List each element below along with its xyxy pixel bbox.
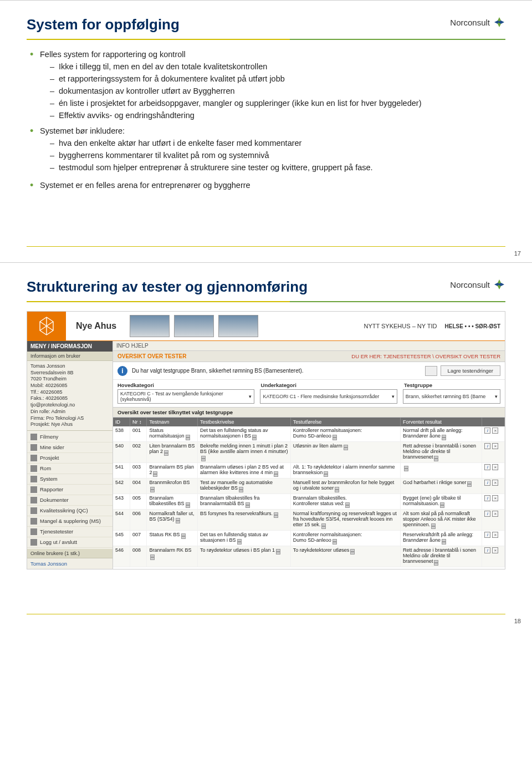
cell-id: 546 bbox=[113, 546, 130, 567]
col-res[interactable]: Forventet resultat bbox=[400, 418, 482, 426]
stepper-icon[interactable] bbox=[186, 435, 190, 440]
sub-item: –dokumentasjon av kontroller utført av B… bbox=[50, 85, 503, 96]
stepper-icon[interactable] bbox=[345, 502, 350, 508]
app-logo-icon bbox=[27, 312, 66, 340]
sidebar-item[interactable]: Prosjekt bbox=[27, 453, 112, 464]
stepper-icon[interactable] bbox=[434, 560, 438, 566]
table-row: 538001Status normalsituasjonDet tas en f… bbox=[113, 426, 505, 442]
sub-item: –Ikke i tillegg til, men en del av den t… bbox=[50, 61, 503, 72]
sidebar-item-label: Rom bbox=[40, 465, 51, 471]
col-name[interactable]: Testnavn bbox=[147, 418, 197, 426]
logo-icon bbox=[493, 278, 505, 291]
select-underkategori[interactable]: KATEGORI C1 - Flere medisinske funksjons… bbox=[260, 389, 397, 404]
sidebar-item[interactable]: Mangel & supplering (MS) bbox=[27, 516, 112, 527]
cell-nr: 003 bbox=[130, 463, 146, 479]
nav-icon bbox=[30, 518, 37, 525]
table-row: 540002Liten brannalarm BS plan 2Bekrefte… bbox=[113, 442, 505, 463]
col-exec[interactable]: Testutførelse bbox=[290, 418, 400, 426]
select-hovedkategori[interactable]: KATEGORI C - Test av tverrgående funksjo… bbox=[117, 389, 254, 404]
select-testgruppe[interactable]: Brann, sikkerhet rømning BS (Barne▾ bbox=[403, 389, 500, 404]
cell-actions: i× bbox=[482, 442, 505, 463]
stepper-icon[interactable] bbox=[186, 502, 190, 508]
stepper-icon[interactable] bbox=[245, 502, 250, 508]
col-nr[interactable]: Nr ↕ bbox=[130, 418, 146, 426]
save-button[interactable]: Lagre testendringer bbox=[441, 365, 500, 376]
stepper-icon[interactable] bbox=[332, 435, 337, 440]
stepper-icon[interactable] bbox=[274, 512, 278, 518]
cell-actions: i× bbox=[482, 494, 505, 510]
stepper-icon[interactable] bbox=[276, 549, 280, 554]
stepper-icon[interactable] bbox=[404, 466, 408, 471]
stepper-icon[interactable] bbox=[324, 471, 328, 477]
stepper-icon[interactable] bbox=[150, 554, 155, 560]
stepper-icon[interactable] bbox=[274, 471, 278, 477]
stepper-icon[interactable] bbox=[442, 539, 446, 545]
sidebar-item[interactable]: Filmeny bbox=[27, 432, 112, 442]
stepper-icon[interactable] bbox=[164, 450, 168, 456]
delete-action-icon[interactable]: × bbox=[492, 547, 498, 553]
stepper-icon[interactable] bbox=[431, 523, 436, 529]
sub-item: –Effektiv avviks- og endringshåndtering bbox=[50, 110, 503, 121]
delete-action-icon[interactable]: × bbox=[492, 495, 498, 501]
cell-name: Brannalarm BS plan 2 bbox=[147, 463, 197, 479]
stepper-icon[interactable] bbox=[332, 539, 337, 545]
table-row: 545007Status RK BSDet tas en fullstendig… bbox=[113, 531, 505, 546]
cell-id: 542 bbox=[113, 479, 130, 494]
main-panel: INFO HJELP OVERSIKT OVER TESTER DU ER HE… bbox=[113, 341, 505, 569]
sidebar-item[interactable]: Logg ut / avslutt bbox=[27, 537, 112, 548]
cell-desc: Test av manuelle og automatiske talebesk… bbox=[197, 479, 290, 494]
info-action-icon[interactable]: i bbox=[484, 464, 490, 470]
sidebar-item-label: System bbox=[40, 476, 58, 482]
info-action-icon[interactable]: i bbox=[484, 443, 490, 449]
stepper-icon[interactable] bbox=[201, 456, 206, 461]
stepper-icon[interactable] bbox=[176, 518, 180, 523]
info-action-icon[interactable]: i bbox=[484, 480, 490, 486]
tests-table: ID Nr ↕ Testnavn Testbeskrivelse Testutf… bbox=[113, 418, 505, 567]
stepper-icon[interactable] bbox=[321, 523, 326, 529]
save-icon[interactable] bbox=[425, 366, 437, 376]
online-user: Tomas Jonsson bbox=[27, 558, 112, 569]
info-action-icon[interactable]: i bbox=[484, 547, 490, 553]
sidebar-item[interactable]: Mine sider bbox=[27, 442, 112, 453]
tab-row[interactable]: INFO HJELP bbox=[113, 341, 505, 351]
delete-action-icon[interactable]: × bbox=[492, 511, 498, 517]
page-number: 17 bbox=[514, 250, 521, 257]
sidebar-item[interactable]: System bbox=[27, 474, 112, 485]
stepper-icon[interactable] bbox=[181, 533, 186, 539]
stepper-icon[interactable] bbox=[335, 487, 339, 492]
stepper-icon[interactable] bbox=[467, 481, 472, 487]
cell-res: Rett adresse i branntablå i sonen Meldin… bbox=[400, 442, 482, 463]
stepper-icon[interactable] bbox=[344, 445, 348, 450]
info-action-icon[interactable]: i bbox=[484, 511, 490, 517]
col-desc[interactable]: Testbeskrivelse bbox=[197, 418, 290, 426]
stepper-icon[interactable] bbox=[350, 549, 355, 554]
stepper-icon[interactable] bbox=[442, 435, 446, 440]
stepper-icon[interactable] bbox=[239, 487, 243, 492]
info-action-icon[interactable]: i bbox=[484, 495, 490, 501]
table-row: 543005Brannalam tilbakestilles BSBrannal… bbox=[113, 494, 505, 510]
nav-icon bbox=[30, 507, 37, 514]
bottom-rule bbox=[27, 246, 505, 247]
delete-action-icon[interactable]: × bbox=[492, 532, 498, 538]
stepper-icon[interactable] bbox=[237, 539, 242, 545]
stepper-icon[interactable] bbox=[252, 435, 257, 440]
delete-action-icon[interactable]: × bbox=[492, 443, 498, 449]
info-action-icon[interactable]: i bbox=[484, 428, 490, 434]
col-id[interactable]: ID bbox=[113, 418, 130, 426]
cell-name: Normalkraft faller ut, BS (S3/S4) bbox=[147, 510, 197, 531]
delete-action-icon[interactable]: × bbox=[492, 428, 498, 434]
delete-action-icon[interactable]: × bbox=[492, 480, 498, 486]
stepper-icon[interactable] bbox=[153, 471, 157, 477]
stepper-icon[interactable] bbox=[150, 487, 155, 492]
info-bar: i Du har valgt testgruppe Brann, sikkerh… bbox=[113, 362, 505, 380]
sidebar-item[interactable]: Kvalitetssikring (QC) bbox=[27, 506, 112, 516]
slide-2: Strukturering av tester og gjennomføring… bbox=[0, 262, 532, 630]
sidebar-item[interactable]: Dokumenter bbox=[27, 495, 112, 506]
info-action-icon[interactable]: i bbox=[484, 532, 490, 538]
sidebar-item[interactable]: Rapporter bbox=[27, 485, 112, 495]
stepper-icon[interactable] bbox=[434, 456, 438, 461]
stepper-icon[interactable] bbox=[440, 502, 444, 508]
sidebar-item[interactable]: Tjenestetester bbox=[27, 527, 112, 537]
delete-action-icon[interactable]: × bbox=[492, 464, 498, 470]
sidebar-item[interactable]: Rom bbox=[27, 464, 112, 474]
